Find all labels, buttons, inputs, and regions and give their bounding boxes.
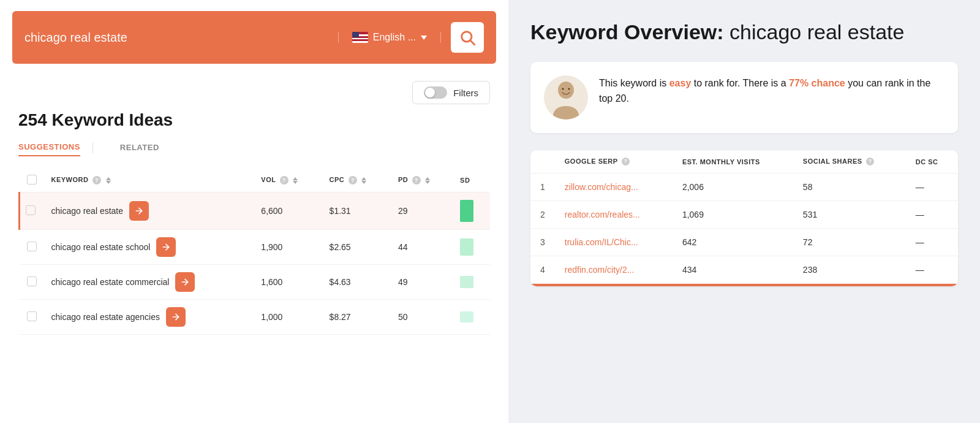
serp-bar	[460, 200, 473, 222]
serp-bar	[460, 238, 473, 256]
row-sd-cell	[453, 192, 490, 230]
th-social-shares: SOCIAL SHARES ?	[793, 150, 906, 173]
th-keyword: KEYWORD ?	[44, 169, 254, 192]
row-pd-cell: 50	[391, 300, 453, 335]
left-panel: English ... Filters 254 Keyword Ideas	[0, 0, 508, 423]
serp-url[interactable]: trulia.com/IL/Chic...	[555, 229, 673, 256]
th-dc-sc: DC SC	[906, 150, 958, 173]
row-sd-cell	[453, 300, 490, 335]
vol-sort[interactable]	[293, 177, 298, 184]
tab-suggestions[interactable]: SUGGESTIONS	[18, 139, 80, 156]
serp-table: GOOGLE SERP ? EST. MONTHLY VISITS SOCIAL…	[530, 150, 958, 284]
th-checkbox	[20, 169, 44, 192]
content-area: Filters 254 Keyword Ideas SUGGESTIONS RE…	[0, 75, 508, 341]
svg-line-1	[470, 40, 474, 44]
row-pd-cell: 49	[391, 265, 453, 300]
serp-dc-sc: —	[906, 256, 958, 284]
filters-label: Filters	[453, 88, 478, 98]
social-shares-help-icon[interactable]: ?	[866, 158, 874, 166]
th-google-serp: GOOGLE SERP ?	[555, 150, 673, 173]
row-cpc-cell: $4.63	[322, 265, 391, 300]
serp-table-row: 4 redfin.com/city/2... 434 238 —	[530, 256, 958, 284]
serp-social-shares: 58	[793, 173, 906, 201]
row-checkbox[interactable]	[27, 242, 37, 251]
row-cpc-cell: $1.31	[322, 192, 391, 230]
serp-bar	[460, 276, 473, 288]
pd-sort[interactable]	[425, 177, 430, 184]
overview-title: Keyword Overview: chicago real estate	[530, 20, 958, 45]
chevron-down-icon	[421, 36, 427, 40]
serp-social-shares: 531	[793, 201, 906, 229]
serp-social-shares: 238	[793, 256, 906, 284]
keyword-arrow-button[interactable]	[156, 237, 176, 257]
table-row: chicago real estate 6,600 $1.31 29	[20, 192, 491, 230]
row-checkbox[interactable]	[26, 205, 36, 215]
serp-bar	[460, 311, 473, 322]
table-row: chicago real estate school 1,900 $2.65 4…	[20, 230, 491, 265]
serp-table-row: 2 realtor.com/reales... 1,069 531 —	[530, 201, 958, 229]
serp-url[interactable]: zillow.com/chicag...	[555, 173, 673, 201]
th-sd: SD	[453, 169, 490, 192]
svg-point-9	[568, 88, 570, 90]
svg-point-8	[562, 88, 564, 90]
tab-related[interactable]: RELATED	[120, 139, 159, 156]
row-sd-cell	[453, 265, 490, 300]
keyword-arrow-button[interactable]	[129, 201, 149, 221]
pd-help-icon[interactable]: ?	[412, 176, 421, 185]
language-selector[interactable]: English ...	[338, 32, 441, 43]
filters-button[interactable]: Filters	[412, 81, 490, 104]
serp-url[interactable]: redfin.com/city/2...	[555, 256, 673, 284]
tab-divider	[92, 142, 93, 153]
serp-table-container: GOOGLE SERP ? EST. MONTHLY VISITS SOCIAL…	[530, 150, 958, 287]
keyword-count: 254 Keyword Ideas	[18, 110, 490, 130]
row-keyword-cell: chicago real estate	[44, 192, 254, 230]
th-est-monthly: EST. MONTHLY VISITS	[673, 150, 793, 173]
row-keyword-cell: chicago real estate school	[44, 230, 254, 265]
serp-dc-sc: —	[906, 229, 958, 256]
keyword-arrow-button[interactable]	[175, 272, 195, 292]
row-cpc-cell: $2.65	[322, 230, 391, 265]
search-bar: English ...	[12, 11, 496, 64]
row-keyword-cell: chicago real estate commercial	[44, 265, 254, 300]
serp-rank: 1	[530, 173, 555, 201]
serp-url[interactable]: realtor.com/reales...	[555, 201, 673, 229]
table-row: chicago real estate commercial 1,600 $4.…	[20, 265, 491, 300]
keyword-arrow-button[interactable]	[166, 307, 186, 327]
cpc-sort[interactable]	[361, 177, 366, 184]
keyword-sort[interactable]	[106, 177, 111, 184]
serp-rank: 2	[530, 201, 555, 229]
serp-dc-sc: —	[906, 173, 958, 201]
serp-rank: 3	[530, 229, 555, 256]
row-checkbox[interactable]	[27, 276, 37, 286]
serp-est-monthly: 642	[673, 229, 793, 256]
row-vol-cell: 1,000	[254, 300, 322, 335]
serp-table-row: 3 trulia.com/IL/Chic... 642 72 —	[530, 229, 958, 256]
serp-est-monthly: 2,006	[673, 173, 793, 201]
row-vol-cell: 1,600	[254, 265, 322, 300]
avatar	[544, 75, 588, 120]
row-vol-cell: 1,900	[254, 230, 322, 265]
cpc-help-icon[interactable]: ?	[349, 176, 357, 185]
svg-point-7	[558, 82, 574, 99]
row-checkbox-cell	[20, 265, 44, 300]
row-checkbox-cell	[20, 300, 44, 335]
th-vol: VOL ?	[254, 169, 322, 192]
keyword-help-icon[interactable]: ?	[92, 176, 101, 185]
row-vol-cell: 6,600	[254, 192, 322, 230]
search-button[interactable]	[451, 22, 484, 53]
row-keyword-cell: chicago real estate agencies	[44, 300, 254, 335]
serp-est-monthly: 1,069	[673, 201, 793, 229]
google-serp-help-icon[interactable]: ?	[622, 158, 630, 166]
toggle-track[interactable]	[424, 86, 447, 99]
th-rank	[530, 150, 555, 173]
right-panel: Keyword Overview: chicago real estate Th…	[508, 0, 980, 423]
row-checkbox[interactable]	[27, 311, 37, 321]
vol-help-icon[interactable]: ?	[280, 176, 288, 185]
keyword-table: KEYWORD ? VOL ?	[18, 169, 490, 335]
search-input[interactable]	[24, 31, 328, 45]
th-cpc: CPC ?	[322, 169, 391, 192]
header-checkbox[interactable]	[27, 175, 37, 185]
row-pd-cell: 44	[391, 230, 453, 265]
row-checkbox-cell	[20, 230, 44, 265]
row-sd-cell	[453, 230, 490, 265]
